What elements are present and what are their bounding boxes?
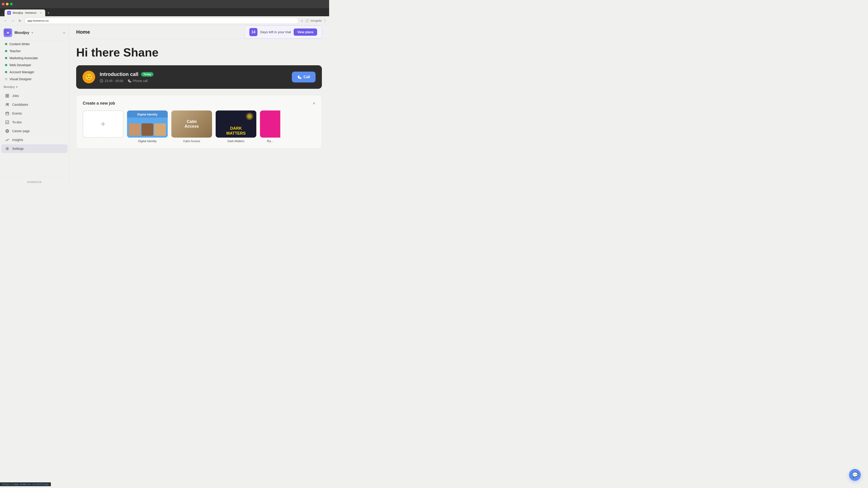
- reload-button[interactable]: ↻: [17, 18, 23, 24]
- new-tab-button[interactable]: +: [45, 10, 52, 16]
- nav-item-jobs[interactable]: Jobs: [1, 92, 67, 100]
- brand-logo: M: [4, 29, 12, 37]
- tab-back-btn[interactable]: ‹: [2, 13, 3, 16]
- job-label: Marketing Associate: [9, 56, 38, 60]
- sidebar-item-account-manager[interactable]: Account Manager: [1, 69, 67, 75]
- main-header: Home 14 Days left in your trial View pla…: [69, 25, 329, 39]
- clock-icon: [100, 79, 103, 83]
- svg-point-15: [247, 114, 252, 119]
- svg-point-12: [6, 148, 8, 149]
- sidebar-item-visual-designer[interactable]: Visual Designer: [1, 76, 67, 83]
- tab-favicon: M: [7, 11, 11, 15]
- nav-label: To-dos: [12, 121, 22, 124]
- browser-actions: ☆ ⬜ Incognito ⋮: [301, 19, 327, 22]
- nav-label: Career page: [12, 129, 30, 133]
- sidebar-scroll: Content Writer Teacher Marketing Associa…: [0, 40, 69, 177]
- di-card-inner: Digital Identity: [127, 110, 168, 138]
- phone-call-icon: [297, 75, 302, 79]
- brand-chevron-icon: ▾: [32, 31, 33, 34]
- tab-close-button[interactable]: ×: [39, 11, 42, 15]
- collapse-sidebar-button[interactable]: «: [63, 31, 65, 35]
- phone-icon: [128, 79, 131, 83]
- nav-label: Jobs: [12, 94, 19, 98]
- job-templates: + Digital Identity: [83, 110, 315, 143]
- view-plans-button[interactable]: View plans: [293, 29, 317, 36]
- forward-button[interactable]: →: [10, 18, 16, 24]
- intro-card: 🙂 Introduction call Today 23:45 - 00:00: [76, 65, 322, 89]
- app-container: M Moodjoy ▾ « Content Writer Teacher Mar…: [0, 25, 329, 187]
- di-person-2: [142, 123, 153, 136]
- nav-item-todos[interactable]: To-dos: [1, 118, 67, 127]
- template-card-digital-identity[interactable]: Digital Identity: [127, 110, 168, 138]
- template-item-calm-access: CalmAccess Calm Access: [171, 110, 212, 143]
- svg-rect-4: [6, 96, 7, 97]
- incognito-label: Incognito: [311, 19, 322, 22]
- sidebar-item-content-writer[interactable]: Content Writer: [1, 41, 67, 47]
- back-button[interactable]: ←: [3, 18, 8, 24]
- create-plus-icon: +: [101, 119, 105, 129]
- sidebar-item-teacher[interactable]: Teacher: [1, 48, 67, 55]
- greeting: Hi there Shane: [76, 46, 322, 59]
- browser-titlebar: [0, 0, 329, 8]
- di-person-1: [129, 123, 141, 136]
- nav-item-candidates[interactable]: Candidates: [1, 100, 67, 109]
- people-icon: [5, 102, 9, 107]
- di-person-3: [154, 123, 166, 136]
- nav-item-events[interactable]: Events: [1, 109, 67, 118]
- menu-icon[interactable]: ⋮: [323, 19, 327, 22]
- create-job-section: Create a new job × + Digital Iden: [76, 95, 322, 149]
- sidebar-item-marketing-associate[interactable]: Marketing Associate: [1, 55, 67, 61]
- template-item-create: +: [83, 110, 123, 143]
- di-top: Digital Identity: [127, 110, 168, 118]
- intro-time-text: 23:45 - 00:00: [105, 79, 123, 83]
- minimize-window-button[interactable]: [6, 3, 8, 5]
- intro-meta: 23:45 - 00:00 Phone call: [100, 79, 287, 83]
- job-label: Content Writer: [9, 42, 30, 46]
- job-status-dot-inactive: [5, 78, 7, 80]
- url-text: app.homerun.co: [27, 19, 49, 22]
- page-title: Home: [76, 29, 90, 35]
- check-icon: [5, 120, 9, 125]
- sidebar-footer: HOMERUN: [0, 177, 69, 187]
- template-card-dark-matters[interactable]: DarkMatters: [216, 110, 256, 138]
- dark-card-content: DarkMatters: [216, 126, 256, 136]
- calendar-icon: [5, 111, 9, 116]
- intro-title: Introduction call: [100, 71, 138, 77]
- brand-area[interactable]: M Moodjoy ▾: [4, 29, 33, 37]
- sidebar: M Moodjoy ▾ « Content Writer Teacher Mar…: [0, 25, 69, 187]
- globe-icon: [5, 129, 9, 133]
- chart-icon: [5, 138, 9, 142]
- browser-tab[interactable]: M Moodjoy · Homerun ×: [4, 9, 45, 16]
- di-people: [127, 118, 168, 138]
- call-button[interactable]: Call: [292, 72, 315, 83]
- section-label: Moodjoy: [4, 86, 15, 89]
- brand-name: Moodjoy: [14, 31, 29, 35]
- create-new-job-card[interactable]: +: [83, 110, 123, 138]
- screenshot-icon[interactable]: ⬜: [305, 19, 309, 22]
- template-label-partial: Ra...: [260, 139, 280, 143]
- nav-item-insights[interactable]: Insights: [1, 135, 67, 144]
- template-card-calm-access[interactable]: CalmAccess: [171, 110, 212, 138]
- homerun-logo: HOMERUN: [0, 179, 69, 185]
- today-badge: Today: [141, 72, 153, 76]
- sidebar-item-web-developer[interactable]: Web Developer: [1, 62, 67, 68]
- maximize-window-button[interactable]: [10, 3, 13, 5]
- template-item-partial: Ra...: [260, 110, 280, 143]
- star-icon[interactable]: ☆: [301, 19, 303, 22]
- intro-title-row: Introduction call Today: [100, 71, 287, 77]
- svg-rect-2: [6, 94, 7, 96]
- nav-item-career-page[interactable]: Career page: [1, 127, 67, 135]
- sidebar-section-moodjoy: Moodjoy ▾: [0, 83, 69, 90]
- create-job-header: Create a new job ×: [83, 101, 315, 106]
- url-bar[interactable]: app.homerun.co: [24, 18, 299, 24]
- trial-banner: 14 Days left in your trial View plans: [245, 26, 322, 39]
- close-create-job-button[interactable]: ×: [313, 101, 315, 106]
- nav-item-settings[interactable]: Settings: [1, 144, 67, 153]
- main-content: Home 14 Days left in your trial View pla…: [69, 25, 329, 187]
- nav-section: Jobs Candidates: [0, 90, 69, 155]
- close-window-button[interactable]: [2, 3, 4, 5]
- template-card-partial[interactable]: [260, 110, 280, 138]
- intro-call-type: Phone call: [128, 79, 148, 83]
- job-status-dot: [5, 57, 7, 59]
- template-item-digital-identity: Digital Identity Digital: [127, 110, 168, 143]
